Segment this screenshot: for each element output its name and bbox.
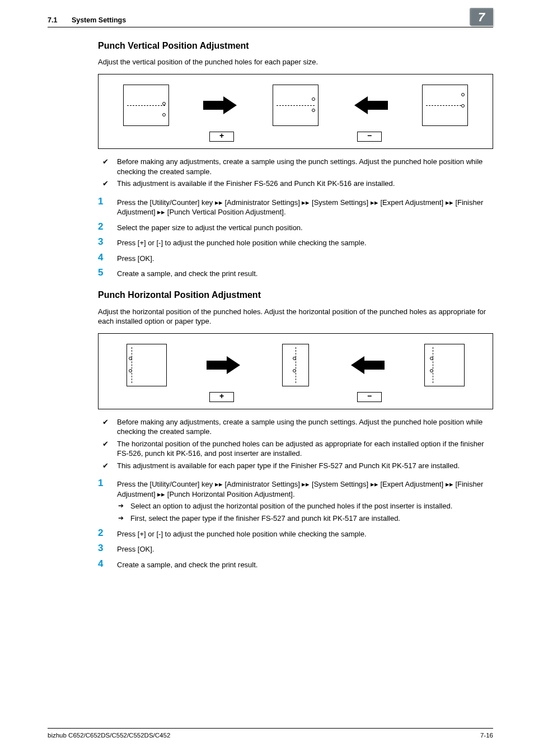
intro-vertical: Adjust the vertical position of the punc…	[98, 57, 493, 67]
step-text: Create a sample, and check the print res…	[117, 559, 493, 570]
step-number: 1	[98, 197, 117, 217]
step-number: 4	[98, 559, 117, 570]
step-text: Create a sample, and check the print res…	[117, 268, 493, 279]
minus-button: −	[357, 132, 382, 142]
step-text: Press the [Utility/Counter] key ▸▸ [Admi…	[117, 197, 493, 217]
arrow-left-icon	[349, 358, 385, 372]
footer-model: bizhub C652/C652DS/C552/C552DS/C452	[48, 731, 170, 740]
heading-punch-horizontal: Punch Horizontal Position Adjustment	[98, 289, 493, 301]
note-item: Before making any adjustments, create a …	[98, 417, 493, 439]
minus-button: −	[357, 392, 382, 402]
step-text: Press the [Utility/Counter] key ▸▸ [Admi…	[117, 478, 493, 523]
notes-list-vertical: Before making any adjustments, create a …	[98, 157, 493, 191]
step-number: 2	[98, 222, 117, 233]
diagram-paper	[424, 344, 465, 386]
step-text: Press [+] or [-] to adjust the punched h…	[117, 237, 493, 248]
step-number: 1	[98, 478, 117, 523]
plus-button: +	[209, 392, 234, 402]
diagram-paper	[422, 85, 468, 126]
note-item: Before making any adjustments, create a …	[98, 157, 493, 179]
step-number: 5	[98, 268, 117, 279]
step-number: 2	[98, 528, 117, 539]
plus-button: +	[209, 132, 234, 142]
arrow-right-icon	[207, 358, 242, 372]
arrow-left-icon	[352, 99, 388, 112]
sub-step: Select an option to adjust the horizonta…	[117, 501, 493, 511]
step-number: 4	[98, 253, 117, 264]
diagram-paper	[123, 85, 169, 126]
step-text: Select the paper size to adjust the vert…	[117, 222, 493, 233]
section-title: System Settings	[72, 16, 126, 24]
note-item: The horizontal position of the punched h…	[98, 439, 493, 461]
heading-punch-vertical: Punch Vertical Position Adjustment	[98, 40, 493, 52]
note-item: This adjustment is available for each pa…	[98, 461, 493, 473]
intro-horizontal: Adjust the horizontal position of the pu…	[98, 307, 493, 326]
diagram-paper	[127, 344, 167, 386]
notes-list-horizontal: Before making any adjustments, create a …	[98, 417, 493, 473]
step-text: Press [+] or [-] to adjust the punched h…	[117, 528, 493, 539]
chapter-tab: 7	[470, 8, 493, 26]
diagram-horizontal: + −	[98, 333, 493, 409]
diagram-paper	[273, 85, 318, 126]
arrow-right-icon	[203, 99, 239, 112]
step-number: 3	[98, 237, 117, 248]
page-header: 7.1 System Settings	[48, 16, 493, 27]
diagram-vertical: + −	[98, 74, 493, 149]
section-number: 7.1	[48, 16, 57, 24]
diagram-paper	[282, 344, 309, 386]
page-footer: bizhub C652/C652DS/C552/C552DS/C452 7-16	[48, 728, 493, 740]
sub-step: First, select the paper type if the fini…	[117, 514, 493, 524]
step-number: 3	[98, 543, 117, 554]
step-text: Press [OK].	[117, 543, 493, 554]
note-item: This adjustment is available if the Fini…	[98, 179, 493, 191]
step-text: Press [OK].	[117, 253, 493, 264]
footer-page: 7-16	[480, 731, 493, 740]
